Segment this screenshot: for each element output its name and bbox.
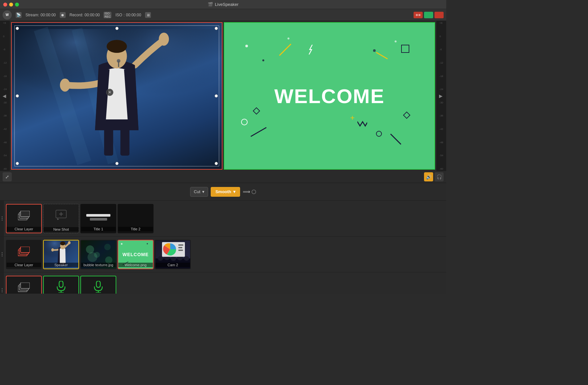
system-audio-icon <box>93 281 104 294</box>
close-button[interactable] <box>3 3 7 7</box>
monitor-icon[interactable]: 🖥 <box>145 12 151 18</box>
clear-layer-icon-1 <box>18 211 30 221</box>
shot-card-title1[interactable]: Title 1 <box>80 204 116 233</box>
minimize-button[interactable] <box>9 3 13 7</box>
title2-label: Title 2 <box>118 227 153 231</box>
svg-point-28 <box>158 256 163 261</box>
svg-point-5 <box>60 79 70 92</box>
vu-meter-left: ◀ +6 0 -6 -12 -18 -24 -30 -36 -42 -48 -5… <box>0 21 10 171</box>
layer-3-items: Clear Layer Built-in Microphone <box>4 272 118 294</box>
transform-tool-icon[interactable]: ⤢ <box>3 172 12 181</box>
vu-meter-right: ▶ +6 0 -6 -12 -18 -24 -30 -36 -42 -48 -5… <box>436 21 446 171</box>
svg-rect-36 <box>178 247 182 248</box>
shot-card-builtin-mic[interactable]: Built-in Microphone <box>43 276 79 294</box>
drag-handle-2[interactable] <box>0 237 4 272</box>
shot-card-speaker[interactable]: Speaker <box>43 240 79 269</box>
video-panels: ✕ <box>10 21 436 171</box>
clear-layer-icon-2 <box>18 247 30 256</box>
cam2-card-label: Cam 2 <box>155 263 190 267</box>
output-panel[interactable]: + WELCOME <box>224 22 435 170</box>
svg-rect-11 <box>121 123 130 156</box>
speaker-video <box>12 23 222 169</box>
bubble-card-label: bubble texturre.jpg <box>81 263 116 267</box>
shot-card-title2[interactable]: Title 2 <box>118 204 154 233</box>
svg-rect-21 <box>21 247 30 253</box>
iso-timer: ISO: 00:00:00 <box>115 13 141 17</box>
stream-timer: Stream: 00:00:00 <box>25 13 56 17</box>
record-icon[interactable]: ⏺ <box>60 12 66 18</box>
welcome-text: WELCOME <box>274 85 385 108</box>
svg-rect-35 <box>178 244 183 246</box>
svg-rect-41 <box>59 281 63 287</box>
shot-card-new-shot[interactable]: ▶ New Shot <box>43 204 79 233</box>
title-icon: 🎬 <box>208 2 213 7</box>
svg-point-30 <box>171 256 176 261</box>
smooth-button[interactable]: Smooth ▾ <box>211 187 240 197</box>
shot-card-clear-layer-1[interactable]: Clear Layer <box>6 204 42 233</box>
layer-row-1: Clear Layer ▶ New Shot Title 1 <box>0 200 446 236</box>
layer-row-2: Clear Layer <box>0 236 446 272</box>
title1-bar-top <box>86 214 110 217</box>
svg-rect-10 <box>104 123 113 156</box>
shot-card-bubble[interactable]: bubble texturre.jpg <box>80 240 116 269</box>
welcome-card-label: Welcome.png <box>118 263 153 267</box>
title1-bar-mid <box>90 218 107 221</box>
transition-circle <box>252 190 256 194</box>
speaker-button[interactable]: 🔊 <box>424 172 433 181</box>
shot-card-clear-layer-2[interactable]: Clear Layer <box>6 240 42 269</box>
welcome-card-text: WELCOME <box>122 252 149 257</box>
wifi-icon[interactable]: 📡 <box>16 12 22 18</box>
toolbar: W 📡 Stream: 00:00:00 ⏺ Record: 00:00:00 … <box>0 9 446 21</box>
svg-point-23 <box>68 241 71 244</box>
svg-point-26 <box>60 241 65 245</box>
drag-handle-1[interactable] <box>0 201 4 236</box>
main-video-area: ◀ +6 0 -6 -12 -18 -24 -30 -36 -42 -48 -5… <box>0 21 446 171</box>
svg-rect-37 <box>178 250 183 251</box>
welcome-background: + WELCOME <box>224 23 434 169</box>
preview-panel[interactable]: ✕ <box>11 22 222 170</box>
lightning-icon <box>308 45 315 54</box>
window-controls[interactable] <box>3 3 19 7</box>
svg-rect-40 <box>21 283 30 288</box>
layer-2-items: Clear Layer <box>4 237 193 272</box>
collapse-right-arrow[interactable]: ▶ <box>439 93 444 99</box>
clear-layer-icon-3 <box>18 283 30 292</box>
audio-control-icons: 🔊 🎧 <box>424 172 444 181</box>
iso-icon[interactable]: ISOREC <box>104 12 111 18</box>
collapse-left-arrow[interactable]: ◀ <box>3 93 8 99</box>
wc-red-button[interactable] <box>414 12 423 18</box>
svg-point-7 <box>106 40 127 53</box>
svg-point-4 <box>159 33 169 46</box>
smooth-dropdown-icon: ▾ <box>233 189 236 194</box>
titlebar-window-buttons[interactable] <box>414 12 444 18</box>
zigzag-icon <box>357 120 367 128</box>
cut-select[interactable]: Cut ▾ <box>190 187 208 197</box>
drag-handle-3[interactable] <box>0 272 4 294</box>
app-logo[interactable]: W <box>3 10 12 20</box>
title1-label: Title 1 <box>81 227 116 231</box>
layers-area: Clear Layer ▶ New Shot Title 1 <box>0 200 446 294</box>
transition-bar: Cut ▾ Smooth ▾ ⟹ <box>0 183 446 200</box>
maximize-button[interactable] <box>15 3 19 7</box>
cut-dropdown-icon: ▾ <box>202 189 204 194</box>
wc-green1-button[interactable] <box>424 12 433 18</box>
transition-arrow[interactable]: ⟹ <box>243 189 256 195</box>
speaker-card-label: Speaker <box>44 263 78 267</box>
titlebar: 🎬 LiveSpeaker <box>0 0 446 9</box>
svg-point-24 <box>51 248 54 252</box>
shot-card-cam2[interactable]: Cam 2 <box>155 240 191 269</box>
svg-rect-44 <box>96 281 100 287</box>
wc-green2-button[interactable] <box>434 12 444 18</box>
bottom-tool-row: ⤢ 🔊 🎧 <box>0 171 446 183</box>
new-shot-label: New Shot <box>43 227 79 232</box>
clear-layer-2-label: Clear Layer <box>7 263 41 267</box>
app-title: 🎬 LiveSpeaker <box>208 2 238 7</box>
layer-1-items: Clear Layer ▶ New Shot Title 1 <box>4 201 155 236</box>
svg-text:▶: ▶ <box>57 218 59 220</box>
new-shot-icon: ▶ <box>55 209 67 222</box>
shot-card-clear-layer-3[interactable]: Clear Layer <box>6 276 42 294</box>
headphone-button[interactable]: 🎧 <box>434 172 444 181</box>
shot-card-welcome[interactable]: WELCOME Welcome.png <box>118 240 154 269</box>
shot-card-system-audio[interactable]: System Audio Capt <box>80 276 116 294</box>
mic-icon <box>56 281 66 294</box>
